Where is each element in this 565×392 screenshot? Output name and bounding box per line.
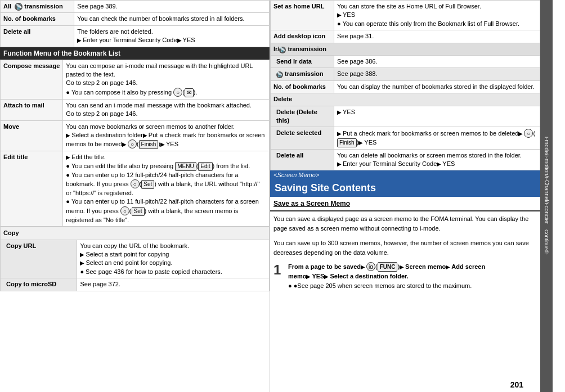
move-content: You can move bookmarks or screen memos t… (63, 120, 270, 151)
step-note: ●See page 205 when screen memos are stor… (294, 282, 472, 289)
circle-button: ○ (524, 129, 533, 138)
circle-button: ○ (120, 206, 129, 215)
attach-to-mail-label: Attach to mail (1, 99, 63, 120)
add-desktop-icon-content: See page 31. (334, 30, 540, 43)
all-transmission-content: See page 389. (74, 1, 270, 13)
table-row: No. of bookmarks You can display the num… (271, 80, 540, 93)
arrow-icon (358, 139, 364, 146)
send-ir-data-label: Send Ir data (271, 55, 334, 67)
delete-section-row: Delete (271, 93, 540, 106)
delete-all-right-label: Delete all (271, 149, 334, 170)
function-menu-table: Compose message You can compose an i-mod… (0, 60, 270, 227)
arrow-icon (337, 109, 343, 115)
screen-memo-tag: <Screen Memo> (270, 170, 540, 179)
no-of-bookmarks-right-label: No. of bookmarks (271, 80, 334, 93)
page-number: 201 (510, 380, 523, 389)
arrow-icon (437, 160, 442, 167)
no-of-bookmarks-label: No. of bookmarks (1, 13, 74, 25)
table-row: Compose message You can compose an i-mod… (1, 60, 270, 99)
transmission-label: 📡 transmission (271, 68, 334, 80)
arrow-icon (66, 132, 71, 138)
btn-box: ✉ (185, 88, 194, 97)
copy-header: Copy (1, 227, 270, 240)
step-1-row: 1 From a page to be savediα(FUNC)Screen … (270, 260, 540, 292)
copy-url-label: Copy URL (1, 240, 77, 278)
continued-label: Continued↑ (544, 229, 549, 255)
add-desktop-icon-label: Add desktop icon (271, 30, 334, 43)
table-row: Delete all The folders are not deleted. … (1, 25, 270, 47)
transmission-small-icon: 📡 (276, 71, 283, 78)
arrow-icon (446, 263, 451, 270)
table-row: Delete (Delete this) YES (271, 106, 540, 127)
table-row: Send Ir data See page 386. (271, 55, 540, 67)
right-column: Set as home URL You can store the site a… (270, 0, 540, 392)
arrow-icon (80, 251, 86, 258)
arrow-icon2 (177, 37, 183, 43)
bullet (66, 172, 71, 178)
arrow-icon (306, 273, 312, 280)
ir-transmission-header: Ir/📡 transmission (271, 43, 540, 55)
delete-all-right-content: You can delete all bookmarks or screen m… (334, 149, 540, 170)
bullet (66, 89, 71, 96)
bullet (66, 198, 71, 205)
ir-transmission-row: Ir/📡 transmission (271, 43, 540, 55)
edit-title-content: Edit the title. You can edit the title a… (63, 151, 270, 227)
delete-selected-content: Put a check mark for bookmarks or screen… (334, 127, 540, 149)
transmission-icon: 📡 (279, 47, 286, 53)
func-box: FUNC (378, 262, 398, 272)
arrow-icon (337, 130, 343, 137)
arrow-icon (337, 11, 343, 18)
copy-section-table: Copy Copy URL You can copy the URL of th… (0, 227, 270, 291)
move-label: Move (1, 120, 63, 151)
delete-header: Delete (271, 93, 540, 106)
step-text: From a page to be savediα(FUNC)Screen me… (288, 262, 537, 290)
arrow-icon (518, 130, 524, 137)
table-row: Add desktop icon See page 31. (271, 30, 540, 43)
set-as-home-url-content: You can store the site as Home URL of Fu… (334, 1, 540, 30)
table-row: Copy to microSD See page 372. (1, 278, 270, 291)
func-button: iα (366, 262, 375, 271)
send-ir-data-content: See page 386. (334, 55, 540, 67)
arrow-icon (337, 160, 343, 167)
arrow-icon (80, 259, 86, 266)
circle-button: ○ (131, 179, 140, 188)
table-row: Delete selected Put a check mark for boo… (271, 127, 540, 149)
bullet (66, 163, 71, 169)
save-as-header: Save as a Screen Memo (270, 197, 540, 211)
edit-btn: Edit (198, 162, 212, 171)
step-number: 1 (273, 262, 284, 290)
bullet (337, 20, 343, 27)
finish-box: Finish (337, 138, 357, 147)
delete-all-label: Delete all (1, 25, 74, 47)
arrow-icon (143, 132, 149, 138)
table-row: Copy URL You can copy the URL of the boo… (1, 240, 270, 278)
table-row: Attach to mail You can send an i-mode ma… (1, 99, 270, 120)
compose-message-content: You can compose an i-mode mail message w… (63, 60, 270, 99)
arrow-icon (77, 37, 83, 43)
table-row: 📡 transmission See page 388. (271, 68, 540, 80)
left-top-table: All 📡 transmission See page 389. No. of … (0, 0, 270, 47)
body-text-1: You can save a displayed page as a scree… (270, 211, 540, 236)
copy-to-microsd-label: Copy to microSD (1, 278, 77, 291)
copy-header-row: Copy (1, 227, 270, 240)
delete-selected-label: Delete selected (271, 127, 334, 149)
arrow-icon (324, 273, 330, 280)
right-top-table: Set as home URL You can store the site a… (270, 0, 540, 170)
compose-message-label: Compose message (1, 60, 63, 99)
table-row: Delete all You can delete all bookmarks … (271, 149, 540, 170)
sidebar-tab: i-mode/i-motion/i-Channel/i-concier Cont… (540, 0, 553, 392)
copy-to-microsd-content: See page 372. (77, 278, 270, 291)
transmission-icon: 📡 (15, 3, 23, 11)
attach-to-mail-content: You can send an i-mode mail message with… (63, 99, 270, 120)
menu-btn: MENU (175, 162, 196, 171)
screen-memo-title: Saving Site Contents (270, 179, 540, 197)
arrow-icon (361, 263, 366, 270)
table-row: Edit title Edit the title. You can edit … (1, 151, 270, 227)
edit-title-label: Edit title (1, 151, 63, 227)
arrow-icon (66, 154, 71, 160)
no-of-bookmarks-right-content: You can display the number of bookmarks … (334, 80, 540, 93)
all-transmission-label: All 📡 transmission (1, 1, 74, 13)
set-as-home-url-label: Set as home URL (271, 1, 334, 30)
no-of-bookmarks-content: You can check the number of bookmarks st… (74, 13, 270, 25)
table-row: Move You can move bookmarks or screen me… (1, 120, 270, 151)
